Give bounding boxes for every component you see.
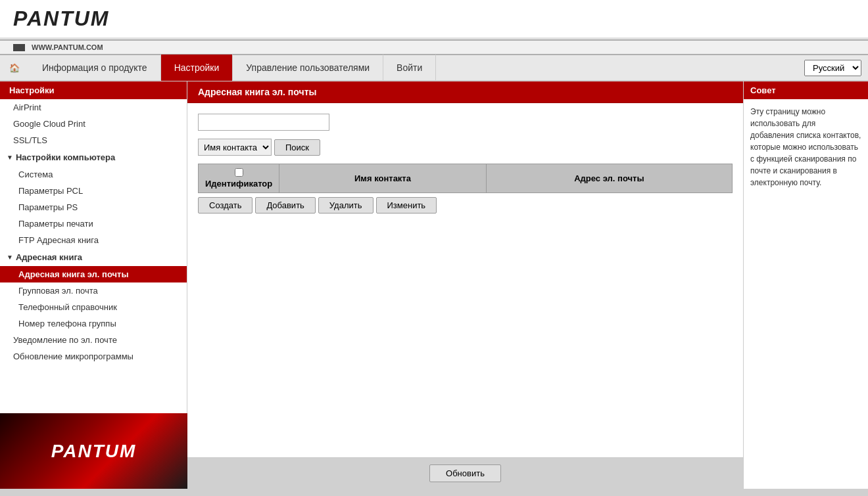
sidebar-section-address-book[interactable]: ▼ Адресная книга	[0, 248, 187, 266]
sidebar-bottom: PANTUM	[0, 413, 187, 489]
id-column-header: Идентификатор	[205, 179, 272, 189]
edit-button[interactable]: Изменить	[376, 197, 437, 214]
sidebar-item-pcl[interactable]: Параметры PCL	[0, 183, 187, 199]
sidebar-item-airprint[interactable]: AirPrint	[0, 99, 187, 116]
update-bar: Обновить	[187, 457, 743, 489]
sidebar-item-email-notify[interactable]: Уведомление по эл. почте	[0, 332, 187, 348]
search-field-select[interactable]: Имя контакта	[198, 139, 272, 156]
search-input[interactable]	[198, 114, 329, 131]
url-text: WWW.PANTUM.COM	[32, 43, 103, 51]
tip-header: Совет	[744, 81, 868, 99]
triangle-icon-2: ▼	[7, 254, 13, 261]
language-selector-wrap: Русский English	[804, 60, 868, 76]
home-button[interactable]: 🏠	[0, 58, 29, 78]
header: PANTUM	[0, 0, 868, 39]
sidebar-item-ftp-book[interactable]: FTP Адресная книга	[0, 232, 187, 248]
nav-item-login[interactable]: Войти	[383, 55, 436, 81]
sidebar-item-phone-book[interactable]: Телефонный справочник	[0, 299, 187, 315]
tip-panel: Совет Эту страницу можно использовать дл…	[743, 81, 868, 489]
sidebar-item-ssl[interactable]: SSL/TLS	[0, 132, 187, 148]
add-button[interactable]: Добавить	[255, 197, 315, 214]
bottom-logo: PANTUM	[51, 441, 137, 462]
email-column-header: Адрес эл. почты	[486, 164, 732, 193]
sidebar-item-ps[interactable]: Параметры PS	[0, 199, 187, 215]
sidebar-item-google-cloud[interactable]: Google Cloud Print	[0, 116, 187, 132]
update-button[interactable]: Обновить	[429, 464, 501, 482]
action-buttons: Создать Добавить Удалить Изменить	[198, 197, 733, 214]
content-area: Адресная книга эл. почты Имя контакта По…	[187, 81, 743, 489]
search-button[interactable]: Поиск	[274, 139, 320, 156]
triangle-icon: ▼	[7, 154, 13, 161]
section-address-label: Адресная книга	[16, 252, 82, 262]
sidebar-item-system[interactable]: Система	[0, 166, 187, 183]
content-title: Адресная книга эл. почты	[187, 81, 743, 103]
tip-body: Эту страницу можно использовать для доба…	[744, 99, 868, 195]
sidebar-logo-banner: PANTUM	[0, 413, 187, 489]
language-select[interactable]: Русский English	[804, 60, 861, 76]
navbar: 🏠 Информация о продукте Настройки Управл…	[0, 55, 868, 81]
nav-item-users[interactable]: Управление пользователями	[233, 55, 383, 81]
search-bar	[198, 114, 733, 131]
content-body: Имя контакта Поиск Идентификатор Имя кон…	[187, 103, 743, 457]
sidebar-item-group-phone[interactable]: Номер телефона группы	[0, 315, 187, 332]
sidebar-item-group-email[interactable]: Групповая эл. почта	[0, 282, 187, 299]
checkbox-header: Идентификатор	[199, 164, 279, 193]
sidebar-section-computer[interactable]: ▼ Настройки компьютера	[0, 148, 187, 166]
address-table: Идентификатор Имя контакта Адрес эл. поч…	[198, 164, 733, 193]
nav-item-settings[interactable]: Настройки	[161, 55, 233, 81]
delete-button[interactable]: Удалить	[318, 197, 374, 214]
nav-item-info[interactable]: Информация о продукте	[29, 55, 161, 81]
url-bar: WWW.PANTUM.COM	[0, 39, 868, 55]
sidebar-scroll: Настройки AirPrint Google Cloud Print SS…	[0, 81, 187, 413]
name-column-header: Имя контакта	[279, 164, 487, 193]
sidebar-item-email-book[interactable]: Адресная книга эл. почты	[0, 266, 187, 282]
select-all-checkbox[interactable]	[235, 168, 243, 177]
create-button[interactable]: Создать	[198, 197, 253, 214]
sidebar: Настройки AirPrint Google Cloud Print SS…	[0, 81, 187, 489]
sidebar-header: Настройки	[0, 81, 187, 99]
section-computer-label: Настройки компьютера	[16, 152, 115, 162]
sidebar-item-firmware[interactable]: Обновление микропрограммы	[0, 348, 187, 365]
sidebar-item-print-params[interactable]: Параметры печати	[0, 215, 187, 232]
main-layout: Настройки AirPrint Google Cloud Print SS…	[0, 81, 868, 489]
logo: PANTUM	[13, 7, 855, 31]
